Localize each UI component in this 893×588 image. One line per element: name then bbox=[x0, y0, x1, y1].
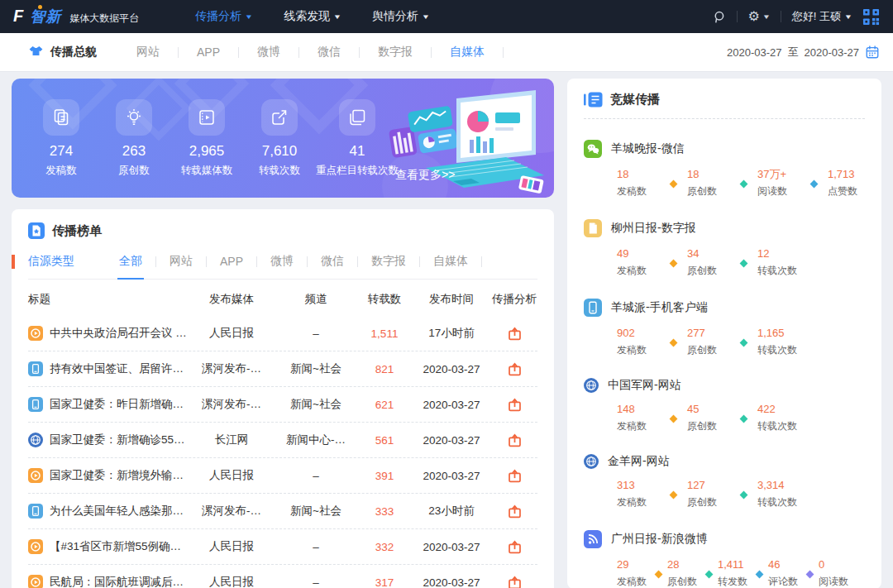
ranking-tab-4[interactable]: 微信 bbox=[308, 254, 357, 269]
subnav-item-2[interactable]: 微博 bbox=[239, 45, 298, 60]
article-title[interactable]: 国家卫健委：昨日新增确诊55例… bbox=[50, 397, 189, 412]
stat-label: 发稿数 bbox=[617, 184, 660, 198]
nav-item-2[interactable]: 舆情分析▼ bbox=[372, 9, 429, 24]
search-icon[interactable] bbox=[712, 10, 726, 24]
diamond-separator bbox=[740, 490, 748, 499]
settings-gear-icon[interactable]: ⚙▼ bbox=[748, 10, 770, 23]
competitor-stat: 3,314转载次数 bbox=[757, 480, 800, 509]
ranking-tab-2[interactable]: APP bbox=[207, 255, 256, 268]
repost-count: 317 bbox=[357, 576, 412, 588]
table-body: 中共中央政治局召开会议 研究部署人民日报–1,51117小时前持有效中国签证、居… bbox=[28, 316, 537, 588]
brand-logo[interactable]: F 智新 媒体大数据平台 bbox=[13, 7, 139, 26]
stat-label: 阅读数 bbox=[819, 575, 852, 588]
view-more-link[interactable]: 查看更多>> bbox=[395, 168, 455, 183]
competitor-name: 柳州日报-数字报 bbox=[611, 221, 696, 236]
source-type-label[interactable]: 信源类型 bbox=[28, 254, 74, 269]
analysis-icon[interactable] bbox=[507, 397, 523, 413]
ranking-tab-5[interactable]: 数字报 bbox=[358, 254, 419, 269]
user-menu[interactable]: 您好! 王硕▼ bbox=[792, 9, 852, 24]
ranking-title: 传播榜单 bbox=[52, 223, 102, 239]
competitor-entry: 中国军网-网站148发稿数45原创数422转载次数 bbox=[584, 378, 865, 433]
article-title[interactable]: 国家卫健委：新增确诊55例，其… bbox=[50, 433, 189, 447]
nav-item-0[interactable]: 传播分析▼ bbox=[195, 9, 252, 24]
divider bbox=[781, 11, 781, 22]
subnav-item-1[interactable]: APP bbox=[179, 45, 238, 59]
logo-brand-text: 智新 bbox=[30, 7, 61, 26]
stat-value: 34 bbox=[687, 248, 730, 259]
wechat-icon bbox=[584, 140, 602, 158]
stat-value: 1,713 bbox=[828, 169, 871, 179]
banner-stats: 274发稿数263原创数2,965转载媒体数7,610转载次数41重点栏目转载次… bbox=[25, 99, 399, 178]
stat-label: 转载次数 bbox=[757, 419, 800, 433]
article-title[interactable]: 国家卫健委：新增境外输入54例 … bbox=[50, 468, 189, 483]
analysis-icon[interactable] bbox=[507, 504, 523, 519]
competitor-stat: 1,411转发数 bbox=[718, 559, 751, 588]
subnav-items: 网站APP微博微信数字报自媒体 bbox=[118, 45, 504, 60]
analysis-icon[interactable] bbox=[507, 539, 523, 555]
analysis-icon[interactable] bbox=[507, 468, 523, 484]
column-header-0: 标题 bbox=[28, 292, 189, 307]
diamond-separator bbox=[670, 338, 678, 347]
article-title[interactable]: 民航局：国际航班调减后，每天… bbox=[50, 575, 189, 588]
logo-f-icon: F bbox=[13, 7, 23, 24]
date-end: 2020-03-27 bbox=[805, 46, 860, 59]
stat-value: 18 bbox=[687, 169, 730, 179]
competitor-stat: 148发稿数 bbox=[617, 404, 660, 433]
channel: – bbox=[275, 541, 357, 553]
stat-value: 18 bbox=[617, 169, 660, 179]
channel: – bbox=[275, 576, 357, 588]
share-icon bbox=[261, 99, 298, 136]
publish-time: 2020-03-27 bbox=[412, 470, 491, 482]
analysis-icon[interactable] bbox=[507, 361, 523, 377]
analysis-icon[interactable] bbox=[507, 326, 523, 342]
competitor-stat: 1,713点赞数 bbox=[828, 169, 871, 198]
calendar-icon bbox=[865, 45, 880, 60]
table-row: 民航局：国际航班调减后，每天…人民日报–3172020-03-27 bbox=[28, 565, 537, 588]
article-title[interactable]: 持有效中国签证、居留许可的外… bbox=[50, 361, 189, 376]
overview-icon bbox=[28, 45, 44, 59]
docs-icon bbox=[43, 99, 79, 136]
date-range-picker[interactable]: 2020-03-27 至 2020-03-27 bbox=[727, 45, 880, 60]
stat-label: 转载次数 bbox=[757, 264, 800, 278]
analysis-icon[interactable] bbox=[507, 575, 523, 588]
competitor-name: 中国军网-网站 bbox=[608, 378, 681, 393]
ranking-tab-3[interactable]: 微博 bbox=[257, 254, 307, 269]
competitor-stat: 313发稿数 bbox=[617, 480, 660, 509]
repost-count: 332 bbox=[357, 541, 412, 553]
stat-label: 原创数 bbox=[687, 184, 730, 198]
subnav-item-3[interactable]: 微信 bbox=[299, 45, 359, 60]
publish-time: 2020-03-27 bbox=[412, 541, 491, 553]
app-root: F 智新 媒体大数据平台 传播分析▼线索发现▼舆情分析▼ ⚙▼ 您好! 王硕▼ … bbox=[0, 0, 893, 588]
stat-label: 发稿数 bbox=[617, 495, 660, 509]
app-icon bbox=[28, 361, 43, 376]
stat-label: 原创数 bbox=[687, 495, 730, 509]
article-title[interactable]: 【#31省区市新增55例确诊病例 bbox=[50, 539, 189, 554]
stat-value: 1,411 bbox=[718, 559, 751, 570]
app-icon bbox=[28, 397, 43, 412]
divider bbox=[737, 11, 738, 22]
banner-stat-value: 2,965 bbox=[170, 144, 243, 158]
stack-icon bbox=[339, 99, 375, 136]
media-video-icon bbox=[28, 575, 43, 588]
stat-label: 原创数 bbox=[667, 575, 700, 588]
article-title[interactable]: 为什么美国年轻人感染那么多? … bbox=[50, 504, 189, 519]
nav-item-1[interactable]: 线索发现▼ bbox=[284, 9, 341, 24]
ranking-icon bbox=[28, 222, 45, 239]
banner-stat-0: 274发稿数 bbox=[25, 99, 98, 178]
subnav-item-0[interactable]: 网站 bbox=[118, 45, 178, 60]
ranking-tabs: 全部网站APP微博微信数字报自媒体 bbox=[106, 254, 482, 269]
ranking-tab-0[interactable]: 全部 bbox=[106, 254, 155, 269]
channel: – bbox=[275, 470, 357, 482]
ranking-tab-6[interactable]: 自媒体 bbox=[420, 254, 481, 269]
article-title[interactable]: 中共中央政治局召开会议 研究部署 bbox=[50, 326, 189, 341]
tab-overview[interactable]: 传播总貌 bbox=[28, 45, 97, 60]
analysis-icon[interactable] bbox=[507, 433, 523, 448]
ranking-tab-1[interactable]: 网站 bbox=[156, 254, 206, 269]
qr-code-icon[interactable] bbox=[862, 8, 880, 26]
secondary-nav: 传播总貌 网站APP微博微信数字报自媒体 2020-03-27 至 2020-0… bbox=[0, 33, 893, 72]
chevron-down-icon: ▼ bbox=[333, 13, 341, 21]
subnav-item-5[interactable]: 自媒体 bbox=[432, 45, 503, 60]
column-header-2: 频道 bbox=[275, 292, 357, 307]
subnav-item-4[interactable]: 数字报 bbox=[360, 45, 431, 60]
stat-label: 发稿数 bbox=[617, 343, 660, 357]
